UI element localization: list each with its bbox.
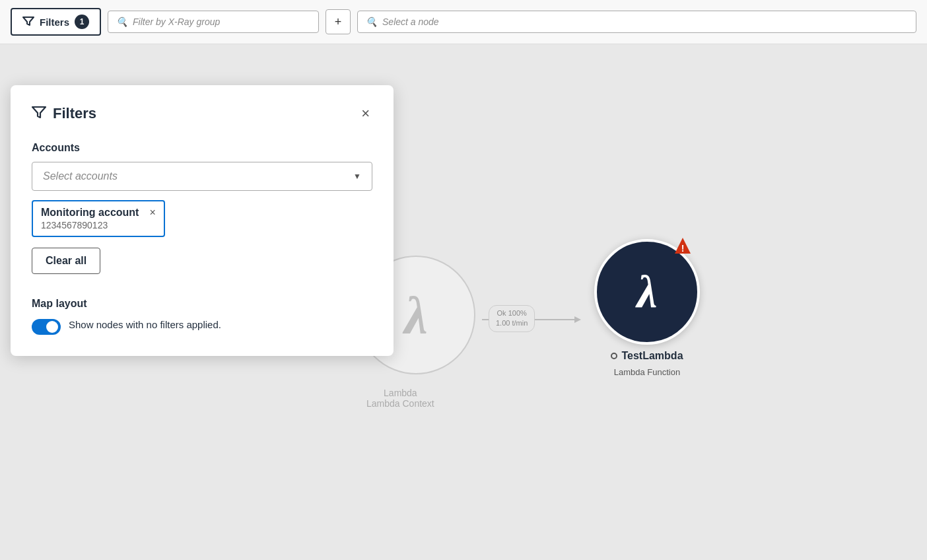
search-icon: 🔍 [116, 17, 127, 27]
add-button[interactable]: + [326, 9, 351, 34]
tag-main-text: Monitoring account [41, 207, 139, 219]
filters-badge: 1 [75, 15, 89, 29]
lambda-node-type: Lambda Function [614, 367, 680, 377]
main-content: λ Lambda Lambda Context Ok 100% 1.00 t/m… [0, 44, 927, 560]
lambda-symbol: λ [636, 265, 657, 318]
clear-all-button[interactable]: Clear all [32, 248, 100, 274]
node-search-box[interactable]: 🔍 Select a node [357, 11, 916, 33]
svg-text:!: ! [681, 243, 685, 254]
map-layout-section: Map layout Show nodes with no filters ap… [32, 298, 372, 335]
lambda-circle: λ ! [594, 239, 700, 345]
funnel-icon [22, 15, 34, 29]
filters-panel: Filters × Accounts Select accounts ▼ Mon… [11, 85, 394, 356]
tag-remove-button[interactable]: × [149, 207, 155, 218]
accounts-section: Accounts Select accounts ▼ Monitoring ac… [32, 142, 372, 293]
connector-label: Ok 100% 1.00 t/min [489, 305, 535, 332]
xray-search-placeholder: Filter by X-Ray group [133, 17, 220, 27]
close-button[interactable]: × [359, 104, 372, 123]
toolbar: Filters 1 🔍 Filter by X-Ray group + 🔍 Se… [0, 0, 927, 44]
plus-icon: + [335, 15, 342, 29]
panel-funnel-icon [32, 105, 46, 122]
warning-badge: ! [673, 236, 692, 255]
panel-header: Filters × [32, 104, 372, 123]
panel-title: Filters [53, 105, 96, 122]
toggle-switch[interactable] [32, 319, 61, 335]
tag-top-row: Monitoring account × [41, 207, 156, 219]
selected-account-tag: Monitoring account × 1234567890123 [32, 200, 165, 237]
bg-node-label: Lambda Lambda Context [366, 388, 434, 409]
node-status-dot [611, 353, 617, 359]
accounts-label: Accounts [32, 142, 372, 154]
node-search-placeholder: Select a node [382, 17, 439, 27]
map-layout-label: Map layout [32, 298, 372, 310]
filters-button[interactable]: Filters 1 [11, 8, 101, 36]
node-name-row: TestLambda [611, 350, 683, 362]
lambda-node-name: TestLambda [621, 350, 683, 362]
svg-marker-1 [574, 316, 581, 323]
toggle-label: Show nodes with no filters applied. [69, 318, 221, 332]
search-icon-2: 🔍 [366, 17, 377, 27]
filters-button-label: Filters [40, 17, 69, 28]
toggle-row: Show nodes with no filters applied. [32, 318, 372, 335]
accounts-placeholder: Select accounts [43, 170, 118, 182]
bg-lambda-symbol: λ [404, 285, 428, 345]
toggle-thumb [46, 321, 58, 333]
connector-ok: Ok 100% [496, 308, 528, 318]
panel-title-row: Filters [32, 105, 96, 122]
accounts-dropdown[interactable]: Select accounts ▼ [32, 162, 372, 191]
xray-search-box[interactable]: 🔍 Filter by X-Ray group [108, 11, 319, 33]
tag-sub-text: 1234567890123 [41, 220, 108, 230]
chevron-down-icon: ▼ [353, 172, 361, 181]
connector-tpm: 1.00 t/min [496, 318, 528, 328]
lambda-node[interactable]: λ ! TestLambda Lambda Function [594, 239, 700, 377]
